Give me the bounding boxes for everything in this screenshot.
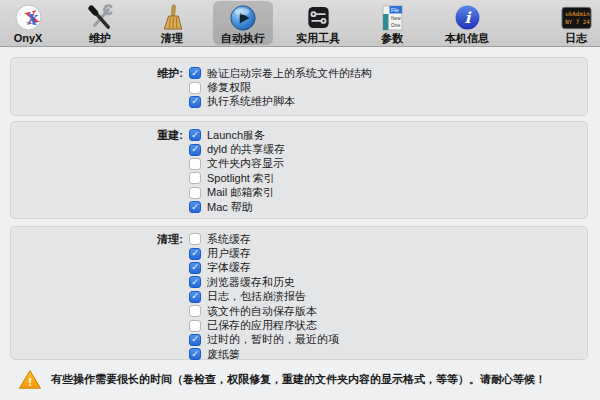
checkbox[interactable] [189, 144, 201, 156]
checkbox[interactable] [189, 129, 201, 141]
toolbar-label: 参数 [381, 32, 403, 45]
toolbar-item-cleaning[interactable]: 清理 [142, 1, 202, 45]
checkbox[interactable] [189, 172, 201, 184]
section-cleaning: 清理: 系统缓存 用户缓存 字体缓存 浏览器缓存和历史 日志，包括崩溃报告 该文… [10, 226, 588, 360]
parameters-menu-icon: File New One [381, 3, 404, 32]
checkbox[interactable] [189, 320, 201, 332]
toolbar-item-maintenance[interactable]: 维护 [70, 1, 130, 45]
checkbox-label[interactable]: 系统缓存 [207, 232, 251, 247]
svg-text:NY 7 24: NY 7 24 [565, 19, 590, 25]
checkbox[interactable] [189, 187, 201, 199]
toolbar-item-logs[interactable]: ukAdmin NY 7 24 日志 [546, 1, 600, 45]
section-label: 清理: [11, 232, 187, 247]
checkbox-row: dyld 的共享缓存 [11, 142, 587, 156]
toolbar-item-automation[interactable]: 自动执行 [213, 1, 273, 45]
toolbar-item-utilities[interactable]: 实用工具 [288, 1, 348, 45]
toolbar-label: 维护 [89, 32, 111, 45]
checkbox[interactable] [189, 67, 201, 79]
checkbox-row: Mail 邮箱索引 [11, 186, 587, 200]
checkbox-row: 执行系统维护脚本 [11, 95, 587, 109]
svg-text:New: New [391, 16, 401, 21]
checkbox-label[interactable]: Spotlight 索引 [207, 171, 275, 186]
onyx-window: { "toolbar": { "items": [ {"label":"OnyX… [0, 0, 600, 400]
checkbox-row: 已保存的应用程序状态 [11, 318, 587, 332]
checkbox[interactable] [189, 262, 201, 274]
toolbar-label: 自动执行 [221, 32, 265, 45]
checkbox-label[interactable]: 废纸篓 [207, 347, 240, 362]
checkbox-label[interactable]: 已保存的应用程序状态 [207, 318, 317, 333]
checkbox[interactable] [189, 96, 201, 108]
cleaning-broom-icon [159, 3, 186, 32]
checkbox-label[interactable]: Mail 邮箱索引 [207, 185, 274, 200]
checkbox-label[interactable]: 过时的，暂时的，最近的项 [207, 332, 339, 347]
checkbox-label[interactable]: 用户缓存 [207, 246, 251, 261]
section-label: 维护: [11, 66, 187, 81]
checkbox-row: 字体缓存 [11, 261, 587, 275]
checkbox-label[interactable]: 文件夹内容显示 [207, 156, 284, 171]
footer-warning: ! 有些操作需要很长的时间（卷检查，权限修复，重建的文件夹内容的显示格式，等等）… [18, 364, 588, 394]
checkbox-label[interactable]: Launch服务 [207, 128, 265, 143]
checkbox[interactable] [189, 276, 201, 288]
checkbox-row: 清理: 系统缓存 [11, 232, 587, 246]
toolbar-label: 清理 [161, 32, 183, 45]
checkbox-label[interactable]: 修复权限 [207, 80, 251, 95]
toolbar-item-onyx[interactable]: X X OnyX [0, 1, 58, 45]
checkbox-label[interactable]: 验证启动宗卷上的系统文件的结构 [207, 66, 372, 81]
checkbox-row: 维护: 验证启动宗卷上的系统文件的结构 [11, 66, 587, 80]
checkbox-label[interactable]: 执行系统维护脚本 [207, 94, 295, 109]
checkbox-row: 修复权限 [11, 80, 587, 94]
checkbox[interactable] [189, 305, 201, 317]
toolbar-label: 日志 [565, 32, 587, 45]
checkbox-row: 废纸篓 [11, 347, 587, 361]
checkbox[interactable] [189, 233, 201, 245]
checkbox-row: 用户缓存 [11, 246, 587, 260]
svg-text:!: ! [28, 375, 32, 387]
checkbox[interactable] [189, 334, 201, 346]
checkbox-row: Mac 帮助 [11, 200, 587, 214]
checkbox-label[interactable]: dyld 的共享缓存 [207, 142, 285, 157]
checkbox-label[interactable]: 该文件的自动保存版本 [207, 304, 317, 319]
info-icon: i [454, 3, 481, 32]
toolbar-label: 实用工具 [296, 32, 340, 45]
toolbar-label: 本机信息 [445, 32, 489, 45]
warning-text: 有些操作需要很长的时间（卷检查，权限修复，重建的文件夹内容的显示格式，等等）。请… [51, 373, 546, 386]
checkbox-row: 重建: Launch服务 [11, 128, 587, 142]
onyx-logo-icon: X X [15, 3, 42, 32]
toolbar-item-parameters[interactable]: File New One 参数 [362, 1, 422, 45]
checkbox-row: 浏览器缓存和历史 [11, 275, 587, 289]
svg-text:ukAdmin: ukAdmin [565, 11, 589, 17]
toolbar: X X OnyX 维护 清理 [0, 0, 600, 47]
section-rebuild: 重建: Launch服务 dyld 的共享缓存 文件夹内容显示 Spotligh… [10, 121, 588, 219]
section-label: 重建: [11, 128, 187, 143]
checkbox-row: 过时的，暂时的，最近的项 [11, 333, 587, 347]
checkbox-row: Spotlight 索引 [11, 171, 587, 185]
checkbox[interactable] [189, 348, 201, 360]
checkbox[interactable] [189, 158, 201, 170]
checkbox-label[interactable]: 日志，包括崩溃报告 [207, 289, 306, 304]
checkbox-row: 文件夹内容显示 [11, 157, 587, 171]
checkbox[interactable] [189, 248, 201, 260]
checkbox-label[interactable]: 浏览器缓存和历史 [207, 275, 295, 290]
utilities-toolbox-icon [305, 3, 332, 32]
checkbox[interactable] [189, 82, 201, 94]
checkbox[interactable] [189, 291, 201, 303]
section-maintenance: 维护: 验证启动宗卷上的系统文件的结构 修复权限 执行系统维护脚本 [10, 57, 588, 116]
logs-terminal-icon: ukAdmin NY 7 24 [561, 3, 592, 32]
svg-text:File: File [391, 7, 399, 12]
checkbox-label[interactable]: 字体缓存 [207, 260, 251, 275]
checkbox-row: 该文件的自动保存版本 [11, 304, 587, 318]
checkbox-label[interactable]: Mac 帮助 [207, 200, 253, 215]
checkbox[interactable] [189, 201, 201, 213]
warning-triangle-icon: ! [18, 369, 42, 390]
toolbar-item-info[interactable]: i 本机信息 [437, 1, 497, 45]
automation-play-icon [229, 3, 257, 32]
maintenance-tools-icon [87, 3, 114, 32]
svg-text:One: One [391, 23, 400, 28]
checkbox-row: 日志，包括崩溃报告 [11, 290, 587, 304]
toolbar-label: OnyX [14, 32, 43, 45]
